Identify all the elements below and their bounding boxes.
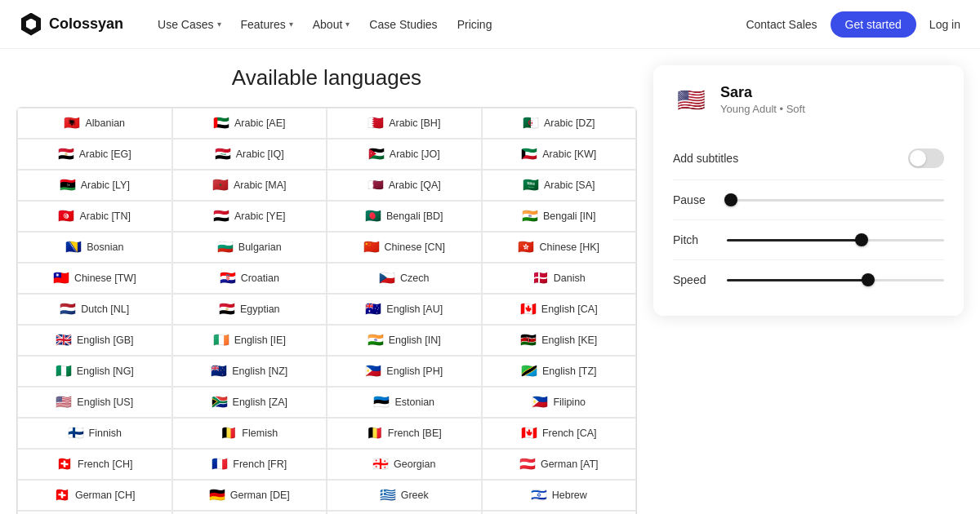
- language-item[interactable]: 🇫🇷French [FR]: [172, 449, 327, 480]
- pause-thumb[interactable]: [724, 193, 737, 206]
- flag-icon: 🇯🇴: [368, 148, 385, 161]
- get-started-button[interactable]: Get started: [831, 11, 916, 38]
- language-item[interactable]: 🇮🇸Icelandic: [327, 511, 482, 514]
- language-item[interactable]: 🇦🇱Albanian: [17, 108, 172, 139]
- language-item[interactable]: 🇹🇳Arabic [TN]: [17, 201, 172, 232]
- language-item[interactable]: 🇨🇭German [CH]: [17, 480, 172, 511]
- language-item[interactable]: 🇮🇪English [IE]: [172, 325, 327, 356]
- language-item[interactable]: 🇳🇿English [NZ]: [172, 356, 327, 387]
- navbar: Colossyan Use Cases ▾ Features ▾ About ▾…: [0, 0, 980, 49]
- nav-features[interactable]: Features ▾: [233, 13, 301, 36]
- language-item[interactable]: 🇰🇼Arabic [KW]: [482, 139, 637, 170]
- language-item[interactable]: 🇹🇿English [TZ]: [482, 356, 637, 387]
- language-item[interactable]: 🇨🇭French [CH]: [17, 449, 172, 480]
- language-label: English [KE]: [541, 335, 597, 346]
- language-item[interactable]: 🇭🇷Croatian: [172, 263, 327, 294]
- language-label: Egyptian: [240, 304, 280, 315]
- language-item[interactable]: 🇧🇪French [BE]: [327, 418, 482, 449]
- language-item[interactable]: 🇧🇩Bengali [BD]: [327, 201, 482, 232]
- language-item[interactable]: 🇨🇦French [CA]: [482, 418, 637, 449]
- language-item[interactable]: 🇩🇪German [DE]: [172, 480, 327, 511]
- voice-card: 🇺🇸 Sara Young Adult • Soft Add subtitles…: [653, 65, 964, 316]
- contact-sales-link[interactable]: Contact Sales: [746, 18, 817, 31]
- language-item[interactable]: 🇸🇦Arabic [SA]: [482, 170, 637, 201]
- language-label: Arabic [JO]: [390, 148, 440, 160]
- language-item[interactable]: 🇵🇭Filipino: [482, 387, 637, 418]
- language-item[interactable]: 🇩🇰Danish: [482, 263, 637, 294]
- nav-right: Contact Sales Get started Log in: [746, 11, 960, 38]
- language-item[interactable]: 🇳🇱Dutch [NL]: [17, 294, 172, 325]
- language-item[interactable]: 🇰🇪English [KE]: [482, 325, 637, 356]
- pitch-slider[interactable]: [727, 239, 944, 241]
- language-item[interactable]: 🇱🇾Arabic [LY]: [17, 170, 172, 201]
- nav-case-studies[interactable]: Case Studies: [361, 13, 445, 36]
- language-item[interactable]: 🇪🇪Estonian: [327, 387, 482, 418]
- language-item[interactable]: 🇿🇦English [ZA]: [172, 387, 327, 418]
- language-label: English [TZ]: [542, 366, 597, 377]
- language-item[interactable]: 🇧🇦Bosnian: [17, 232, 172, 263]
- language-item[interactable]: 🇦🇪Arabic [AE]: [172, 108, 327, 139]
- language-item[interactable]: 🇧🇪Flemish: [172, 418, 327, 449]
- language-item[interactable]: 🇨🇳Chinese [CN]: [327, 232, 482, 263]
- pause-slider[interactable]: [727, 199, 944, 202]
- language-item[interactable]: 🇬🇧English [GB]: [17, 325, 172, 356]
- language-item[interactable]: 🇵🇭English [PH]: [327, 356, 482, 387]
- language-item[interactable]: 🇮🇳English [IN]: [327, 325, 482, 356]
- language-label: Arabic [AE]: [234, 117, 286, 129]
- language-item[interactable]: 🇯🇴Arabic [JO]: [327, 139, 482, 170]
- flag-icon: 🇧🇪: [367, 427, 383, 440]
- language-label: Bosnian: [87, 241, 123, 253]
- login-link[interactable]: Log in: [929, 18, 960, 31]
- speed-thumb[interactable]: [862, 273, 875, 286]
- language-label: English [AU]: [386, 304, 443, 315]
- language-item[interactable]: 🇮🇳Hindi: [17, 511, 172, 514]
- flag-icon: 🇹🇿: [521, 365, 537, 378]
- language-item[interactable]: 🇺🇸English [US]: [17, 387, 172, 418]
- language-item[interactable]: 🇹🇼Chinese [TW]: [17, 263, 172, 294]
- logo[interactable]: Colossyan: [20, 13, 123, 36]
- flag-icon: 🇳🇿: [211, 365, 227, 378]
- language-item[interactable]: 🇬🇪Georgian: [327, 449, 482, 480]
- language-item[interactable]: 🇮🇱Hebrew: [482, 480, 637, 511]
- nav-pricing[interactable]: Pricing: [449, 13, 501, 36]
- pause-row: Pause: [673, 180, 944, 220]
- voice-name: Sara: [720, 84, 805, 101]
- language-item[interactable]: 🇨🇦English [CA]: [482, 294, 637, 325]
- language-item[interactable]: 🇦🇹German [AT]: [482, 449, 637, 480]
- language-label: Finnish: [89, 428, 122, 439]
- language-item[interactable]: 🇧🇭Arabic [BH]: [327, 108, 482, 139]
- language-item[interactable]: 🇳🇬English [NG]: [17, 356, 172, 387]
- flag-icon: 🇮🇱: [531, 489, 547, 502]
- language-item[interactable]: 🇭🇺Hungarian: [172, 511, 327, 514]
- nav-about[interactable]: About ▾: [305, 13, 359, 36]
- language-item[interactable]: 🇨🇿Czech: [327, 263, 482, 294]
- language-item[interactable]: 🇧🇬Bulgarian: [172, 232, 327, 263]
- language-label: English [PH]: [386, 366, 443, 377]
- language-item[interactable]: 🇦🇺English [AU]: [327, 294, 482, 325]
- language-label: Bulgarian: [238, 241, 282, 253]
- pitch-label: Pitch: [673, 233, 714, 246]
- language-item[interactable]: 🇶🇦Arabic [QA]: [327, 170, 482, 201]
- language-item[interactable]: 🇬🇷Greek: [327, 480, 482, 511]
- language-item[interactable]: 🇮🇳Bengali [IN]: [482, 201, 637, 232]
- language-item[interactable]: 🇮🇶Arabic [IQ]: [172, 139, 327, 170]
- language-label: German [CH]: [75, 490, 136, 501]
- pitch-thumb[interactable]: [855, 233, 868, 246]
- language-label: French [CA]: [542, 428, 597, 439]
- language-item[interactable]: 🇪🇬Arabic [EG]: [17, 139, 172, 170]
- language-item[interactable]: 🇩🇿Arabic [DZ]: [482, 108, 637, 139]
- language-item[interactable]: 🇫🇮Finnish: [17, 418, 172, 449]
- language-item[interactable]: 🇾🇪Arabic [YE]: [172, 201, 327, 232]
- pitch-fill: [727, 239, 862, 241]
- nav-use-cases[interactable]: Use Cases ▾: [149, 13, 229, 36]
- flag-icon: 🇦🇪: [213, 117, 229, 130]
- flag-icon: 🇪🇬: [219, 303, 235, 316]
- language-item[interactable]: 🇲🇦Arabic [MA]: [172, 170, 327, 201]
- speed-slider[interactable]: [727, 279, 944, 281]
- language-label: Arabic [TN]: [79, 210, 131, 222]
- subtitles-toggle[interactable]: [908, 148, 944, 168]
- language-item[interactable]: 🇪🇬Egyptian: [172, 294, 327, 325]
- language-item[interactable]: 🇭🇰Chinese [HK]: [482, 232, 637, 263]
- language-label: Flemish: [242, 428, 278, 439]
- language-item[interactable]: 🇮🇩Indonesian: [482, 511, 637, 514]
